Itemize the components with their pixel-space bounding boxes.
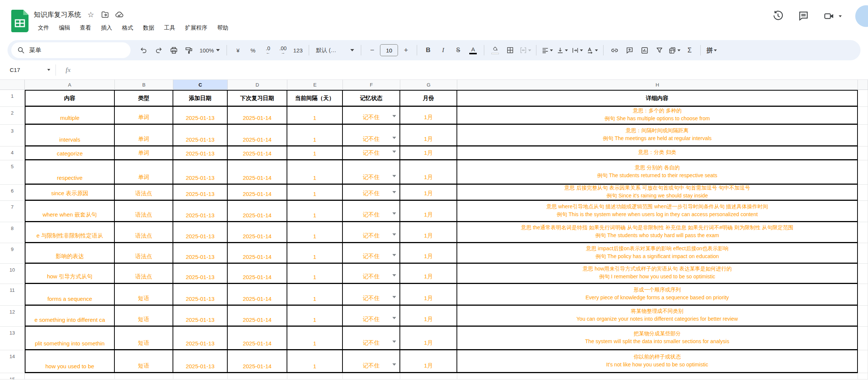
cell-G4[interactable]: 1月 <box>400 146 457 160</box>
table-header-cell-D1[interactable]: 下次复习日期 <box>228 90 287 107</box>
cell-H10[interactable]: 意思 how用来引导方式或样子的宾语从句 表达某事是如何进行的例句 I reme… <box>457 264 858 284</box>
cell-D6[interactable]: 2025-01-14 <box>228 185 287 201</box>
cell-C9[interactable]: 2025-01-13 <box>173 243 228 264</box>
status-dropdown-F4[interactable]: 记不住 <box>343 146 400 160</box>
cell-sliver-11[interactable] <box>858 284 868 306</box>
status-dropdown-icon[interactable] <box>392 233 396 236</box>
cell-A6[interactable]: since 表示原因 <box>25 185 115 201</box>
cell-E3[interactable]: 1 <box>287 125 343 146</box>
status-dropdown-F10[interactable]: 记不住 <box>343 264 400 284</box>
cell-H3[interactable]: 意思：间隔时间或间隔距离例句 The meetings are held at … <box>457 125 858 146</box>
cell-E15[interactable] <box>287 373 343 380</box>
strikethrough-button[interactable]: S <box>451 43 465 57</box>
menu-item-file[interactable]: 文件 <box>34 23 53 33</box>
cell-E7[interactable]: 1 <box>287 201 343 222</box>
cell-B5[interactable]: 单词 <box>115 160 173 185</box>
status-dropdown-icon[interactable] <box>392 191 396 193</box>
cell-A11[interactable]: forms a sequence <box>25 284 115 306</box>
status-dropdown-icon[interactable] <box>392 274 396 276</box>
status-dropdown-F3[interactable]: 记不住 <box>343 125 400 146</box>
grid-corner[interactable] <box>0 80 25 90</box>
cell-B6[interactable]: 语法点 <box>115 185 173 201</box>
text-wrap-button[interactable] <box>570 43 584 57</box>
status-dropdown-F13[interactable]: 记不住 <box>343 327 400 350</box>
status-dropdown-F7[interactable]: 记不住 <box>343 201 400 222</box>
bold-button[interactable]: B <box>421 43 435 57</box>
print-button[interactable] <box>167 43 181 57</box>
cell-C6[interactable]: 2025-01-13 <box>173 185 228 201</box>
cell-G6[interactable]: 1月 <box>400 185 457 201</box>
cell-E10[interactable]: 1 <box>287 264 343 284</box>
cell-G12[interactable]: 1月 <box>400 306 457 327</box>
status-dropdown-F9[interactable]: 记不住 <box>343 243 400 264</box>
row-number-7[interactable]: 7 <box>0 201 25 222</box>
row-number-1[interactable]: 1 <box>0 90 25 107</box>
cell-B12[interactable]: 短语 <box>115 306 173 327</box>
cell-sliver-6[interactable] <box>858 185 868 201</box>
folder-move-icon[interactable] <box>101 10 110 19</box>
cell-C10[interactable]: 2025-01-13 <box>173 264 228 284</box>
status-dropdown-icon[interactable] <box>392 317 396 319</box>
cell-D2[interactable]: 2025-01-14 <box>228 107 287 125</box>
comments-icon[interactable] <box>798 10 810 22</box>
row-number-14[interactable]: 14 <box>0 350 25 373</box>
row-number-9[interactable]: 9 <box>0 243 25 264</box>
merge-cells-button[interactable] <box>518 43 532 57</box>
avatar[interactable] <box>855 5 868 27</box>
cell-C7[interactable]: 2025-01-13 <box>173 201 228 222</box>
cell-sliver-15[interactable] <box>858 373 868 380</box>
table-header-cell-B1[interactable]: 类型 <box>115 90 173 107</box>
status-dropdown-icon[interactable] <box>392 341 396 343</box>
cell-B9[interactable]: 语法点 <box>115 243 173 264</box>
cell-E6[interactable]: 1 <box>287 185 343 201</box>
cell-H11[interactable]: 形成一个顺序或序列Every piece of knowledge forms … <box>457 284 858 306</box>
cell-G10[interactable]: 1月 <box>400 264 457 284</box>
cell-E14[interactable]: 1 <box>287 350 343 373</box>
menu-item-extensions[interactable]: 扩展程序 <box>181 23 212 33</box>
table-header-cell-F1[interactable]: 记忆状态 <box>343 90 400 107</box>
cell-E12[interactable]: 1 <box>287 306 343 327</box>
cell-G7[interactable]: 1月 <box>400 201 457 222</box>
fill-color-button[interactable] <box>488 43 502 57</box>
history-icon[interactable] <box>772 10 784 22</box>
cell-sliver-10[interactable] <box>858 264 868 284</box>
cell-C14[interactable]: 2025-01-13 <box>173 350 228 373</box>
status-dropdown-F14[interactable]: 记不住 <box>343 350 400 373</box>
cell-A15[interactable] <box>25 373 115 380</box>
cell-sliver-1[interactable] <box>858 90 868 107</box>
font-family-select[interactable]: 默认 (… <box>313 43 357 57</box>
cell-H5[interactable]: 意思 分别的 各自的例句 The students returned to th… <box>457 160 858 185</box>
table-header-cell-H1[interactable]: 详细内容 <box>457 90 858 107</box>
paint-format-button[interactable] <box>182 43 196 57</box>
row-number-4[interactable]: 4 <box>0 146 25 160</box>
cell-sliver-13[interactable] <box>858 327 868 350</box>
pinyin-input-button[interactable]: 拼 <box>704 43 719 57</box>
cell-G15[interactable] <box>400 373 457 380</box>
cell-C4[interactable]: 2025-01-13 <box>173 146 228 160</box>
search-menus-input[interactable]: 菜单 <box>11 42 131 58</box>
row-number-2[interactable]: 2 <box>0 107 25 125</box>
table-views-button[interactable] <box>667 43 682 57</box>
column-header-G[interactable]: G <box>400 80 457 90</box>
row-number-11[interactable]: 11 <box>0 284 25 306</box>
cell-G5[interactable]: 1月 <box>400 160 457 185</box>
text-color-button[interactable]: A <box>466 43 480 57</box>
cell-E5[interactable]: 1 <box>287 160 343 185</box>
increase-font-size-button[interactable]: + <box>399 43 413 57</box>
status-dropdown-F12[interactable]: 记不住 <box>343 306 400 327</box>
column-header-F[interactable]: F <box>343 80 400 90</box>
cell-A8[interactable]: e 与限制性非限制性定语从 <box>25 222 115 243</box>
column-header-sliver[interactable] <box>858 80 868 90</box>
cell-A7[interactable]: where when 嵌套从句 <box>25 201 115 222</box>
column-header-A[interactable]: A <box>25 80 115 90</box>
cell-H4[interactable]: 意思：分类 归类 <box>457 146 858 160</box>
cell-D4[interactable]: 2025-01-14 <box>228 146 287 160</box>
status-dropdown-icon[interactable] <box>392 151 396 153</box>
menu-item-view[interactable]: 查看 <box>76 23 95 33</box>
cell-G2[interactable]: 1月 <box>400 107 457 125</box>
cell-E13[interactable]: 1 <box>287 327 343 350</box>
cell-sliver-9[interactable] <box>858 243 868 264</box>
row-number-8[interactable]: 8 <box>0 222 25 243</box>
decrease-decimal-button[interactable]: .0← <box>261 43 275 57</box>
cell-sliver-3[interactable] <box>858 125 868 146</box>
